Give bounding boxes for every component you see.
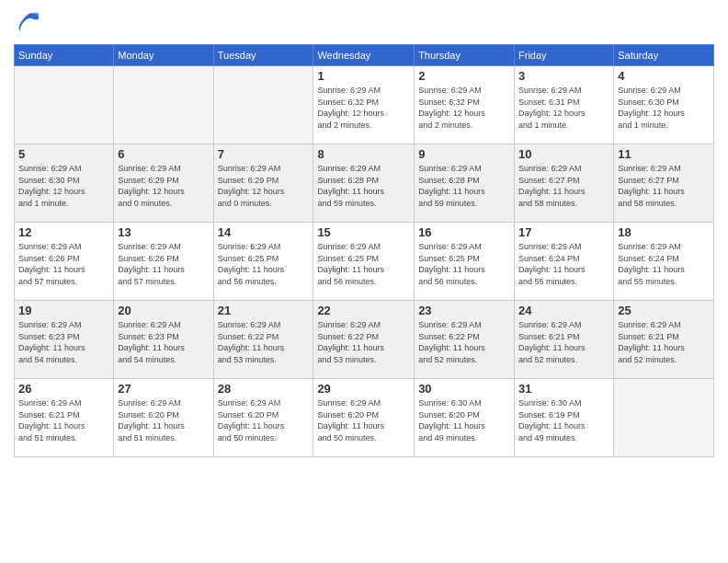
- calendar-week-row: 12Sunrise: 6:29 AMSunset: 6:26 PMDayligh…: [15, 223, 714, 301]
- day-number: 12: [18, 225, 109, 239]
- day-info: Sunrise: 6:29 AMSunset: 6:26 PMDaylight:…: [118, 241, 209, 287]
- calendar-cell: [15, 66, 114, 144]
- day-number: 23: [418, 304, 510, 317]
- day-info: Sunrise: 6:29 AMSunset: 6:30 PMDaylight:…: [618, 85, 710, 131]
- day-number: 27: [118, 382, 209, 396]
- day-info: Sunrise: 6:29 AMSunset: 6:25 PMDaylight:…: [218, 241, 310, 287]
- day-header-sunday: Sunday: [15, 45, 114, 66]
- day-info: Sunrise: 6:29 AMSunset: 6:20 PMDaylight:…: [317, 397, 410, 443]
- day-header-tuesday: Tuesday: [213, 45, 313, 66]
- day-number: 16: [418, 225, 510, 239]
- day-number: 5: [18, 147, 109, 161]
- day-header-saturday: Saturday: [614, 45, 714, 66]
- day-info: Sunrise: 6:29 AMSunset: 6:22 PMDaylight:…: [317, 319, 410, 365]
- calendar-cell: 17Sunrise: 6:29 AMSunset: 6:24 PMDayligh…: [515, 223, 614, 301]
- day-number: 13: [118, 225, 209, 239]
- day-info: Sunrise: 6:29 AMSunset: 6:27 PMDaylight:…: [618, 163, 710, 209]
- day-number: 30: [418, 382, 510, 396]
- day-info: Sunrise: 6:29 AMSunset: 6:25 PMDaylight:…: [418, 241, 510, 287]
- calendar-cell: 7Sunrise: 6:29 AMSunset: 6:29 PMDaylight…: [213, 144, 313, 223]
- calendar-header-row: SundayMondayTuesdayWednesdayThursdayFrid…: [15, 45, 714, 66]
- calendar-cell: 22Sunrise: 6:29 AMSunset: 6:22 PMDayligh…: [313, 301, 415, 379]
- day-number: 7: [218, 147, 310, 161]
- calendar-cell: 12Sunrise: 6:29 AMSunset: 6:26 PMDayligh…: [15, 223, 114, 301]
- logo-icon: [14, 9, 41, 37]
- calendar-cell: 15Sunrise: 6:29 AMSunset: 6:25 PMDayligh…: [313, 223, 415, 301]
- calendar-cell: [213, 66, 313, 144]
- day-info: Sunrise: 6:29 AMSunset: 6:30 PMDaylight:…: [18, 163, 109, 209]
- day-info: Sunrise: 6:29 AMSunset: 6:23 PMDaylight:…: [118, 319, 209, 365]
- calendar-cell: 26Sunrise: 6:29 AMSunset: 6:21 PMDayligh…: [15, 379, 114, 457]
- calendar-cell: 25Sunrise: 6:29 AMSunset: 6:21 PMDayligh…: [614, 301, 714, 379]
- calendar-cell: 24Sunrise: 6:29 AMSunset: 6:21 PMDayligh…: [515, 301, 614, 379]
- calendar-cell: 1Sunrise: 6:29 AMSunset: 6:32 PMDaylight…: [313, 66, 415, 144]
- day-number: 11: [618, 147, 710, 161]
- calendar-cell: 23Sunrise: 6:29 AMSunset: 6:22 PMDayligh…: [415, 301, 515, 379]
- day-header-thursday: Thursday: [415, 45, 515, 66]
- day-number: 25: [618, 304, 710, 317]
- calendar-cell: 6Sunrise: 6:29 AMSunset: 6:29 PMDaylight…: [114, 144, 213, 223]
- calendar-cell: [114, 66, 213, 144]
- day-info: Sunrise: 6:30 AMSunset: 6:19 PMDaylight:…: [518, 397, 609, 443]
- day-header-friday: Friday: [515, 45, 614, 66]
- calendar-cell: 18Sunrise: 6:29 AMSunset: 6:24 PMDayligh…: [614, 223, 714, 301]
- day-info: Sunrise: 6:29 AMSunset: 6:21 PMDaylight:…: [18, 397, 109, 443]
- day-info: Sunrise: 6:29 AMSunset: 6:28 PMDaylight:…: [317, 163, 410, 209]
- day-info: Sunrise: 6:29 AMSunset: 6:23 PMDaylight:…: [18, 319, 109, 365]
- day-number: 14: [218, 225, 310, 239]
- day-info: Sunrise: 6:29 AMSunset: 6:20 PMDaylight:…: [218, 397, 310, 443]
- calendar-cell: 20Sunrise: 6:29 AMSunset: 6:23 PMDayligh…: [114, 301, 213, 379]
- day-info: Sunrise: 6:29 AMSunset: 6:29 PMDaylight:…: [218, 163, 310, 209]
- calendar-cell: [614, 379, 714, 457]
- calendar-week-row: 1Sunrise: 6:29 AMSunset: 6:32 PMDaylight…: [15, 66, 714, 144]
- calendar-cell: 9Sunrise: 6:29 AMSunset: 6:28 PMDaylight…: [415, 144, 515, 223]
- day-info: Sunrise: 6:29 AMSunset: 6:21 PMDaylight:…: [618, 319, 710, 365]
- calendar-cell: 28Sunrise: 6:29 AMSunset: 6:20 PMDayligh…: [213, 379, 313, 457]
- day-info: Sunrise: 6:29 AMSunset: 6:26 PMDaylight:…: [18, 241, 109, 287]
- day-number: 28: [218, 382, 310, 396]
- calendar-cell: 11Sunrise: 6:29 AMSunset: 6:27 PMDayligh…: [614, 144, 714, 223]
- page: SundayMondayTuesdayWednesdayThursdayFrid…: [0, 0, 728, 563]
- day-info: Sunrise: 6:29 AMSunset: 6:24 PMDaylight:…: [518, 241, 609, 287]
- day-info: Sunrise: 6:29 AMSunset: 6:32 PMDaylight:…: [317, 85, 410, 131]
- day-number: 6: [118, 147, 209, 161]
- day-number: 15: [317, 225, 410, 239]
- day-info: Sunrise: 6:29 AMSunset: 6:28 PMDaylight:…: [418, 163, 510, 209]
- header: [14, 9, 714, 37]
- day-info: Sunrise: 6:30 AMSunset: 6:20 PMDaylight:…: [418, 397, 510, 443]
- day-number: 17: [518, 225, 609, 239]
- day-number: 22: [317, 304, 410, 317]
- day-info: Sunrise: 6:29 AMSunset: 6:31 PMDaylight:…: [518, 85, 609, 131]
- calendar-table: SundayMondayTuesdayWednesdayThursdayFrid…: [14, 44, 714, 457]
- day-info: Sunrise: 6:29 AMSunset: 6:32 PMDaylight:…: [418, 85, 510, 131]
- day-info: Sunrise: 6:29 AMSunset: 6:25 PMDaylight:…: [317, 241, 410, 287]
- day-number: 3: [518, 69, 609, 83]
- day-number: 18: [618, 225, 710, 239]
- calendar-week-row: 26Sunrise: 6:29 AMSunset: 6:21 PMDayligh…: [15, 379, 714, 457]
- calendar-cell: 10Sunrise: 6:29 AMSunset: 6:27 PMDayligh…: [515, 144, 614, 223]
- day-number: 31: [518, 382, 609, 396]
- calendar-cell: 19Sunrise: 6:29 AMSunset: 6:23 PMDayligh…: [15, 301, 114, 379]
- day-number: 21: [218, 304, 310, 317]
- calendar-cell: 3Sunrise: 6:29 AMSunset: 6:31 PMDaylight…: [515, 66, 614, 144]
- day-number: 19: [18, 304, 109, 317]
- day-info: Sunrise: 6:29 AMSunset: 6:20 PMDaylight:…: [118, 397, 209, 443]
- day-info: Sunrise: 6:29 AMSunset: 6:24 PMDaylight:…: [618, 241, 710, 287]
- calendar-cell: 27Sunrise: 6:29 AMSunset: 6:20 PMDayligh…: [114, 379, 213, 457]
- day-number: 1: [317, 69, 410, 83]
- day-number: 26: [18, 382, 109, 396]
- calendar-cell: 16Sunrise: 6:29 AMSunset: 6:25 PMDayligh…: [415, 223, 515, 301]
- day-number: 4: [618, 69, 710, 83]
- calendar-cell: 2Sunrise: 6:29 AMSunset: 6:32 PMDaylight…: [415, 66, 515, 144]
- calendar-cell: 29Sunrise: 6:29 AMSunset: 6:20 PMDayligh…: [313, 379, 415, 457]
- day-number: 9: [418, 147, 510, 161]
- calendar-cell: 13Sunrise: 6:29 AMSunset: 6:26 PMDayligh…: [114, 223, 213, 301]
- day-info: Sunrise: 6:29 AMSunset: 6:21 PMDaylight:…: [518, 319, 609, 365]
- calendar-cell: 30Sunrise: 6:30 AMSunset: 6:20 PMDayligh…: [415, 379, 515, 457]
- day-header-monday: Monday: [114, 45, 213, 66]
- calendar-cell: 5Sunrise: 6:29 AMSunset: 6:30 PMDaylight…: [15, 144, 114, 223]
- day-info: Sunrise: 6:29 AMSunset: 6:22 PMDaylight:…: [418, 319, 510, 365]
- day-info: Sunrise: 6:29 AMSunset: 6:29 PMDaylight:…: [118, 163, 209, 209]
- day-number: 29: [317, 382, 410, 396]
- day-number: 20: [118, 304, 209, 317]
